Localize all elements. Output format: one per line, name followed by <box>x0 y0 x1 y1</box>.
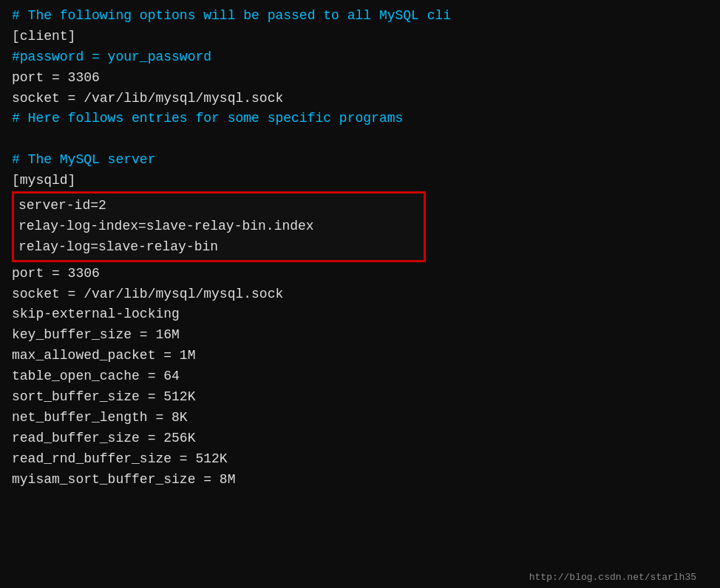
line-skip: skip-external-locking <box>12 304 708 325</box>
line-mysqld-text: [mysqld] <box>12 173 75 188</box>
line-net-buffer: net_buffer_length = 8K <box>12 408 708 428</box>
highlighted-line-3-text: relay-log=slave-relay-bin <box>18 239 218 254</box>
line-socket2: socket = /var/lib/mysql/mysql.sock <box>12 284 708 305</box>
line-client-header: [client] <box>12 27 708 47</box>
line-comment-follows-text: # Here follows entries for some specific… <box>12 111 403 126</box>
line-comment-server: # The MySQL server <box>12 150 708 171</box>
line-net-buffer-text: net_buffer_length = 8K <box>12 410 188 425</box>
highlighted-line-1: server-id=2 <box>18 196 416 216</box>
line-port2: port = 3306 <box>12 264 708 284</box>
line-port1-text: port = 3306 <box>12 70 100 85</box>
line-key-buffer-text: key_buffer_size = 16M <box>12 327 180 342</box>
line-socket1: socket = /var/lib/mysql/mysql.sock <box>12 89 708 109</box>
line-mysqld-header: [mysqld] <box>12 171 708 191</box>
line-myisam-sort-text: myisam_sort_buffer_size = 8M <box>12 472 235 487</box>
line-blank <box>12 129 708 150</box>
line-port1: port = 3306 <box>12 68 708 89</box>
line-socket2-text: socket = /var/lib/mysql/mysql.sock <box>12 287 283 301</box>
line-socket1-text: socket = /var/lib/mysql/mysql.sock <box>12 91 283 106</box>
line-password-text: #password = your_password <box>12 49 211 64</box>
line-sort-buffer-text: sort_buffer_size = 512K <box>12 389 195 404</box>
line-client-text: [client] <box>12 29 75 44</box>
line-max-packet: max_allowed_packet = 1M <box>12 346 708 366</box>
line-comment-server-text: # The MySQL server <box>12 152 155 167</box>
line-max-packet-text: max_allowed_packet = 1M <box>12 348 195 363</box>
line-skip-text: skip-external-locking <box>12 307 180 321</box>
line-sort-buffer: sort_buffer_size = 512K <box>12 387 708 408</box>
highlighted-config-box: server-id=2 relay-log-index=slave-relay-… <box>12 191 426 262</box>
watermark: http://blog.csdn.net/starlh35 <box>529 570 696 585</box>
line-table-cache-text: table_open_cache = 64 <box>12 369 180 383</box>
highlighted-line-3: relay-log=slave-relay-bin <box>18 237 416 258</box>
line-1: # The following options will be passed t… <box>12 6 708 27</box>
line-myisam-sort: myisam_sort_buffer_size = 8M <box>12 470 708 490</box>
line-read-buffer-text: read_buffer_size = 256K <box>12 431 195 445</box>
line-1-text: # The following options will be passed t… <box>12 8 451 23</box>
line-read-buffer: read_buffer_size = 256K <box>12 428 708 449</box>
highlighted-line-1-text: server-id=2 <box>18 198 106 213</box>
line-read-rnd-buffer: read_rnd_buffer_size = 512K <box>12 449 708 470</box>
line-password: #password = your_password <box>12 47 708 68</box>
line-read-rnd-buffer-text: read_rnd_buffer_size = 512K <box>12 451 228 466</box>
line-comment-follows: # Here follows entries for some specific… <box>12 109 708 129</box>
highlighted-line-2-text: relay-log-index=slave-relay-bin.index <box>18 219 314 233</box>
highlighted-line-2: relay-log-index=slave-relay-bin.index <box>18 216 416 237</box>
line-table-cache: table_open_cache = 64 <box>12 366 708 387</box>
line-port2-text: port = 3306 <box>12 266 100 281</box>
line-key-buffer: key_buffer_size = 16M <box>12 325 708 346</box>
terminal-window: # The following options will be passed t… <box>12 6 708 588</box>
